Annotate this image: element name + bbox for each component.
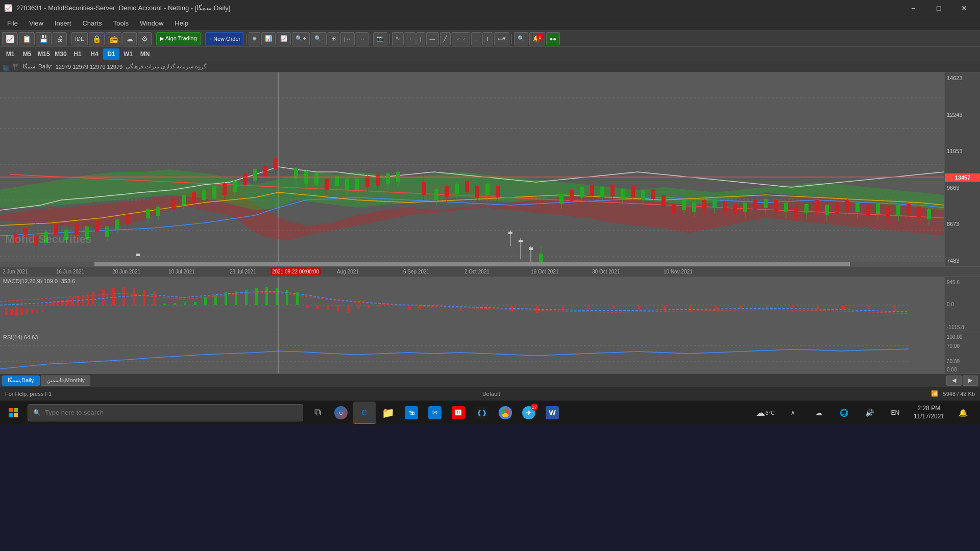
tab-qasmin-monthly[interactable]: قاسمین,Monthly — [41, 375, 91, 386]
taskbar-office[interactable]: 🅾 — [447, 402, 470, 424]
text-btn[interactable]: T — [482, 32, 493, 45]
macd-label: MACD(12,26,9) 109.0 -353.6 — [3, 278, 75, 284]
template-btn[interactable]: 📋 — [19, 32, 35, 45]
shapes-btn[interactable]: ▭▾ — [494, 32, 509, 45]
taskbar-cortana[interactable]: ○ — [330, 402, 352, 424]
taskbar-vscode[interactable]: ❰❱ — [471, 402, 493, 424]
time-sep6: 6 Sep 2021 — [403, 269, 429, 274]
line-chart-btn[interactable]: 📈 — [277, 32, 291, 45]
system-tray: ☁ 6°C ∧ ☁ 🌐 🔊 EN 2:28 PM 11/17/2021 🔔 — [752, 402, 978, 424]
taskbar-explorer[interactable]: 📁 — [377, 402, 399, 424]
period-sep-btn[interactable]: |↔ — [340, 32, 355, 45]
cursor-btn[interactable]: ↖ — [392, 32, 404, 45]
tab-scroll-area: ◀ ▶ — [946, 375, 978, 386]
tf-h1[interactable]: H1 — [69, 48, 86, 60]
taskbar-mail[interactable]: ✉ — [424, 402, 446, 424]
menu-help[interactable]: Help — [169, 18, 193, 29]
menu-tools[interactable]: Tools — [108, 18, 134, 29]
zoom-in-btn[interactable]: 🔍+ — [292, 32, 309, 45]
onedrive-icon[interactable]: ☁ — [807, 402, 830, 424]
price-axis: 14623 12243 11053 9663 8673 7483 13457 — [944, 72, 980, 266]
taskbar-store[interactable]: 🛍 — [400, 402, 423, 424]
tf-m30[interactable]: M30 — [53, 48, 69, 60]
tab-scroll-right[interactable]: ▶ — [963, 375, 978, 386]
notification-btn[interactable]: 🔔1 — [529, 32, 545, 45]
menu-file[interactable]: File — [2, 18, 23, 29]
svg-rect-68 — [314, 173, 318, 185]
radio-btn[interactable]: 📻 — [106, 32, 121, 45]
search-bar[interactable]: 🔍 — [28, 404, 303, 421]
rsi-label: RSI(14) 64.63 — [3, 334, 38, 340]
svg-rect-188 — [20, 308, 23, 315]
maximize-button[interactable]: □ — [927, 0, 950, 16]
menu-view[interactable]: View — [24, 18, 48, 29]
taskbar-telegram[interactable]: ✈ 27 — [518, 402, 540, 424]
price-level-1: 14623 — [947, 75, 978, 81]
status-btn[interactable]: ●● — [546, 32, 560, 45]
timeframe-toolbar: M1 M5 M15 M30 H1 H4 D1 W1 MN — [0, 47, 980, 61]
search-input[interactable] — [45, 409, 298, 416]
taskbar-chrome[interactable] — [494, 402, 517, 424]
menu-window[interactable]: Window — [135, 18, 168, 29]
svg-rect-82 — [386, 173, 390, 184]
settings-btn[interactable]: ⚙ — [138, 32, 152, 45]
print-btn[interactable]: 🖨 — [53, 32, 67, 45]
task-view-button[interactable]: ⧉ — [306, 402, 329, 424]
network-icon[interactable]: 🌐 — [833, 402, 855, 424]
tf-mn[interactable]: MN — [137, 48, 153, 60]
lock-btn[interactable]: 🔒 — [89, 32, 105, 45]
close-button[interactable]: ✕ — [952, 0, 976, 16]
svg-rect-146 — [743, 203, 747, 212]
tab-smga-daily[interactable]: سمگا,Daily — [2, 375, 40, 386]
taskbar-edge[interactable]: e — [353, 402, 376, 424]
search-nav-btn[interactable]: 🔍 — [514, 32, 528, 45]
fib-btn[interactable]: ≡ — [471, 32, 481, 45]
tf-m15[interactable]: M15 — [36, 48, 52, 60]
cloud-btn[interactable]: ☁ — [122, 32, 137, 45]
vline-btn[interactable]: | — [416, 32, 425, 45]
tf-m1[interactable]: M1 — [2, 48, 18, 60]
tf-d1[interactable]: D1 — [103, 48, 119, 60]
auto-scroll-btn[interactable]: ↔ — [356, 32, 369, 45]
taskbar-clock[interactable]: 2:28 PM 11/17/2021 — [910, 405, 948, 420]
bar-chart-btn[interactable]: 📊 — [261, 32, 276, 45]
minimize-button[interactable]: − — [901, 0, 925, 16]
weather-indicator[interactable]: ☁ 6°C — [752, 402, 778, 424]
svg-rect-212 — [194, 302, 197, 305]
crosshair-btn[interactable]: ⊕ — [249, 32, 260, 45]
new-chart-btn[interactable]: 📈 — [2, 32, 18, 45]
hline-btn[interactable]: — — [426, 32, 439, 45]
svg-rect-20 — [54, 224, 58, 235]
time-jul10: 10 Jul 2021 — [168, 269, 195, 274]
svg-rect-247 — [817, 306, 819, 309]
tab-scroll-left[interactable]: ◀ — [946, 375, 962, 386]
volume-icon[interactable]: 🔊 — [859, 402, 881, 424]
menu-charts[interactable]: Charts — [77, 18, 107, 29]
algo-trading-btn[interactable]: ▶ Algo Trading — [156, 32, 200, 45]
sep5 — [371, 34, 371, 44]
tf-h4[interactable]: H4 — [86, 48, 103, 60]
plus-cursor-btn[interactable]: + — [405, 32, 415, 45]
save-btn[interactable]: 💾 — [36, 32, 52, 45]
channel-btn[interactable]: ⟋⟋ — [452, 32, 470, 45]
tray-expand-btn[interactable]: ∧ — [782, 402, 804, 424]
new-order-btn[interactable]: + New Order — [205, 32, 244, 45]
screenshot-btn[interactable]: 📷 — [373, 32, 387, 45]
svg-rect-258 — [14, 413, 18, 417]
tf-w1[interactable]: W1 — [120, 48, 136, 60]
ime-icon[interactable]: EN — [884, 402, 906, 424]
time-oct2: 2 Oct 2021 — [464, 269, 489, 274]
tf-m5[interactable]: M5 — [19, 48, 35, 60]
zoom-out-btn[interactable]: 🔍- — [311, 32, 327, 45]
svg-rect-74 — [345, 179, 349, 190]
start-button[interactable] — [2, 402, 24, 424]
notification-center-btn[interactable]: 🔔 — [951, 402, 974, 424]
svg-rect-98 — [485, 184, 489, 195]
grid-btn[interactable]: ⊞ — [328, 32, 339, 45]
svg-rect-207 — [143, 290, 145, 305]
chart-scroll-bar[interactable] — [0, 262, 944, 266]
taskbar-word[interactable]: W — [541, 402, 564, 424]
trendline-btn[interactable]: ╱ — [440, 32, 451, 45]
ide-btn[interactable]: IDE — [71, 32, 88, 45]
menu-insert[interactable]: Insert — [50, 18, 77, 29]
